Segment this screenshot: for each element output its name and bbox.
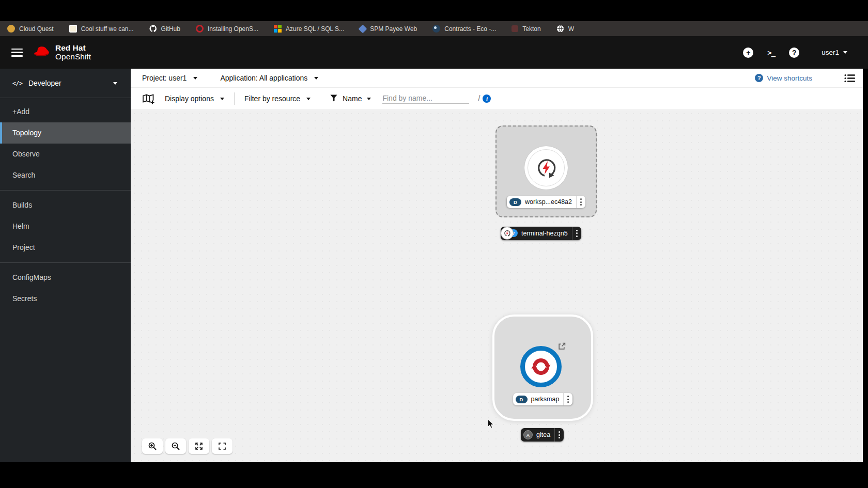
external-link-icon[interactable] xyxy=(558,342,566,350)
bookmark-tekton[interactable]: Tekton xyxy=(512,25,540,33)
node-name: terminal-hezqn5 xyxy=(518,230,572,237)
list-view-icon[interactable] xyxy=(844,74,856,83)
kebab-menu-icon[interactable] xyxy=(564,393,572,405)
node-name: parksmap xyxy=(528,396,564,403)
masthead-toolbar: + >_ ? user1 xyxy=(743,48,847,58)
application-dropdown-label: Application: All applications xyxy=(220,74,307,82)
canvas-controls xyxy=(142,438,233,454)
bookmark-contracts[interactable]: Contracts - Eco -... xyxy=(432,25,496,33)
view-shortcuts-link[interactable]: ? View shortcuts xyxy=(755,74,812,82)
node-name: gitea xyxy=(533,431,554,438)
topology-canvas[interactable]: D worksp...ec48a2 DW terminal xyxy=(131,110,863,462)
deployment-badge: D xyxy=(509,198,521,206)
find-by-name-input[interactable] xyxy=(382,94,476,102)
brand-logo: Red Hat OpenShift xyxy=(33,44,91,61)
export-application-icon[interactable] xyxy=(142,93,155,104)
bookmark-github[interactable]: GitHub xyxy=(149,25,180,33)
kebab-menu-icon[interactable] xyxy=(572,227,581,240)
sidebar-item-topology[interactable]: Topology xyxy=(0,122,131,144)
deployment-badge: D xyxy=(516,396,528,403)
question-circle-icon: ? xyxy=(755,74,763,82)
chevron-down-icon xyxy=(193,77,197,80)
bookmark-cloud-quest[interactable]: Cloud Quest xyxy=(7,25,54,33)
toolbar-divider xyxy=(234,92,235,105)
bookmark-label: SPM Payee Web xyxy=(370,25,417,33)
sidebar-item-secrets[interactable]: Secrets xyxy=(0,288,131,309)
hamburger-menu-icon[interactable] xyxy=(11,49,23,57)
view-shortcuts-label: View shortcuts xyxy=(767,74,812,82)
zoom-in-icon[interactable] xyxy=(142,438,163,454)
info-icon[interactable]: i xyxy=(483,95,491,103)
application-badge: A xyxy=(523,430,533,439)
chevron-down-icon xyxy=(113,82,117,85)
node-workspace[interactable]: D worksp...ec48a2 xyxy=(495,125,597,217)
web-terminal-icon[interactable]: >_ xyxy=(767,49,775,57)
sidebar-item-helm[interactable]: Helm xyxy=(0,216,131,237)
sidebar-item-add[interactable]: +Add xyxy=(0,101,131,122)
bookmarks-bar: Cloud Quest Cool stuff we can... GitHub … xyxy=(0,21,868,36)
fit-to-screen-icon[interactable] xyxy=(189,438,209,454)
add-circle-icon[interactable]: + xyxy=(743,48,753,58)
sidebar-item-configmaps[interactable]: ConfigMaps xyxy=(0,267,131,288)
terminal-glyph: >_ xyxy=(767,49,775,57)
perspective-label: Developer xyxy=(28,79,61,87)
devworkspace-decorator-icon[interactable] xyxy=(501,227,514,240)
node-parksmap-group[interactable]: D parksmap xyxy=(492,314,593,421)
chevron-down-icon xyxy=(220,98,224,100)
user-menu[interactable]: user1 xyxy=(822,49,847,56)
parksmap-logo-circle[interactable] xyxy=(520,346,562,387)
application-dropdown[interactable]: Application: All applications xyxy=(220,74,318,82)
perspective-switcher[interactable]: </> Developer xyxy=(0,69,131,98)
kebab-menu-icon[interactable] xyxy=(555,428,564,442)
code-icon: </> xyxy=(12,80,23,87)
bookmark-w[interactable]: W xyxy=(556,25,574,33)
brand-line2: OpenShift xyxy=(55,53,91,61)
bookmark-label: Contracts - Eco -... xyxy=(444,25,496,33)
parksmap-node-label[interactable]: D parksmap xyxy=(513,393,573,405)
spm-icon xyxy=(359,24,367,33)
chevron-down-icon xyxy=(314,77,318,80)
kebab-menu-icon[interactable] xyxy=(577,196,585,208)
sidebar: </> Developer +Add Topology Observe Sear… xyxy=(0,69,131,462)
sidebar-item-project[interactable]: Project xyxy=(0,237,131,258)
chevron-down-icon xyxy=(843,51,847,54)
parksmap-logo-icon xyxy=(530,355,552,378)
workspace-node-label[interactable]: D worksp...ec48a2 xyxy=(507,196,585,208)
display-options-label: Display options xyxy=(165,95,214,103)
gitea-node-label[interactable]: A gitea xyxy=(521,428,564,442)
plus-glyph: + xyxy=(743,48,753,58)
bookmark-label: Installing OpenS... xyxy=(208,25,258,33)
masthead: Red Hat OpenShift + >_ ? user1 xyxy=(0,36,868,69)
node-terminal[interactable]: DW terminal-hezqn5 xyxy=(501,227,512,240)
github-icon xyxy=(149,25,157,33)
bookmark-spm-payee[interactable]: SPM Payee Web xyxy=(360,25,417,33)
devworkspace-logo-circle[interactable] xyxy=(524,146,568,190)
sidebar-item-observe[interactable]: Observe xyxy=(0,144,131,165)
name-filter-dropdown[interactable]: Name xyxy=(330,95,371,103)
project-dropdown[interactable]: Project: user1 xyxy=(142,74,197,82)
filter-by-resource-dropdown[interactable]: Filter by resource xyxy=(244,95,311,103)
devworkspace-logo-icon xyxy=(534,156,558,180)
bookmark-azure-sql[interactable]: Azure SQL / SQL S... xyxy=(274,25,344,33)
openshift-icon xyxy=(196,25,204,33)
bookmark-installing-openshift[interactable]: Installing OpenS... xyxy=(196,25,258,33)
redhat-hat-icon xyxy=(33,45,51,60)
zoom-out-icon[interactable] xyxy=(165,438,186,454)
help-icon[interactable]: ? xyxy=(789,48,799,58)
bookmark-label: Azure SQL / SQL S... xyxy=(286,25,344,33)
bookmark-label: Cloud Quest xyxy=(19,25,54,33)
brand-line1: Red Hat xyxy=(55,44,91,53)
bookmark-label: GitHub xyxy=(161,25,180,33)
bookmark-cool-stuff[interactable]: Cool stuff we can... xyxy=(69,25,134,33)
sidebar-item-search[interactable]: Search xyxy=(0,165,131,186)
microsoft-icon xyxy=(274,25,282,33)
display-options-dropdown[interactable]: Display options xyxy=(165,95,224,103)
cloud-quest-icon xyxy=(7,25,15,33)
sidebar-divider xyxy=(0,190,131,191)
node-name: worksp...ec48a2 xyxy=(521,198,576,206)
sidebar-nav: +Add Topology Observe Search Builds Helm… xyxy=(0,101,131,309)
sidebar-item-builds[interactable]: Builds xyxy=(0,195,131,216)
bookmark-label: Tekton xyxy=(522,25,540,33)
context-bar: Project: user1 Application: All applicat… xyxy=(131,69,863,88)
fullscreen-icon[interactable] xyxy=(212,438,233,454)
